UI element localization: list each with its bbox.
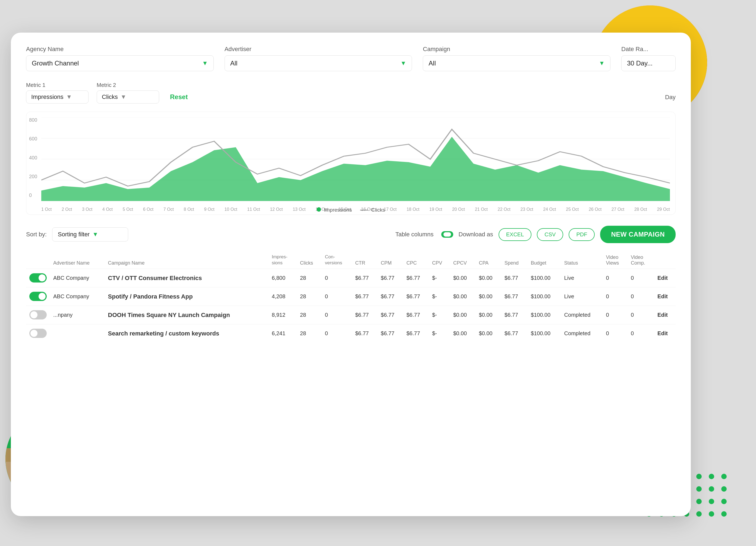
th-conversions: Con-versions xyxy=(322,251,352,269)
row-video-views: 0 xyxy=(603,269,628,288)
row-toggle-0[interactable] xyxy=(29,273,47,283)
row-video-comp: 0 xyxy=(628,288,654,306)
row-cpcv: $0.00 xyxy=(450,306,475,324)
th-cpv: CPV xyxy=(429,251,450,269)
row-edit-button[interactable]: Edit xyxy=(654,306,676,324)
x-label: 5 Oct xyxy=(123,207,133,212)
advertiser-select[interactable]: All ▼ xyxy=(225,55,412,71)
row-budget: $100.00 xyxy=(528,306,561,324)
toggle-knob xyxy=(39,275,46,282)
th-advertiser: Advertiser Name xyxy=(50,251,105,269)
row-toggle-cell xyxy=(26,306,50,324)
row-campaign: Spotify / Pandora Fitness App xyxy=(105,288,269,306)
row-cpc: $6.77 xyxy=(403,324,429,343)
row-toggle-1[interactable] xyxy=(29,292,47,301)
x-label: 4 Oct xyxy=(102,207,113,212)
reset-button[interactable]: Reset xyxy=(170,93,188,103)
th-spend: Spend xyxy=(501,251,528,269)
x-label: 23 Oct xyxy=(520,207,533,212)
row-cpm: $6.77 xyxy=(377,288,403,306)
th-cpa: CPA xyxy=(475,251,501,269)
new-campaign-button[interactable]: NEW CAMPAIGN xyxy=(600,226,676,243)
x-label: 6 Oct xyxy=(143,207,153,212)
row-video-views: 0 xyxy=(603,324,628,343)
row-toggle-2[interactable] xyxy=(29,310,47,320)
filter-row: Agency Name Growth Channel ▼ Advertiser … xyxy=(26,46,676,71)
metrics-row: Metric 1 Impressions ▼ Metric 2 Clicks ▼… xyxy=(26,82,676,103)
metric1-select[interactable]: Impressions ▼ xyxy=(26,90,89,103)
row-edit-button[interactable]: Edit xyxy=(654,324,676,343)
chevron-down-icon: ▼ xyxy=(202,60,208,67)
chart-area: 800 600 400 200 0 1 Oct 2 Oct 3 xyxy=(26,112,676,215)
chevron-down-icon: ▼ xyxy=(121,93,127,100)
row-cpa: $0.00 xyxy=(475,306,501,324)
th-campaign: Campaign Name xyxy=(105,251,269,269)
table-columns-toggle[interactable] xyxy=(441,231,453,238)
table-row: Search remarketing / custom keywords 6,2… xyxy=(26,324,676,343)
toggle-knob xyxy=(30,311,37,319)
row-cpcv: $0.00 xyxy=(450,324,475,343)
x-label: 3 Oct xyxy=(82,207,92,212)
y-label-400: 400 xyxy=(29,155,37,161)
row-advertiser: ABC Company xyxy=(50,288,105,306)
row-budget: $100.00 xyxy=(528,324,561,343)
campaign-select[interactable]: All ▼ xyxy=(423,55,610,71)
row-advertiser xyxy=(50,324,105,343)
row-impressions: 8,912 xyxy=(269,306,297,324)
row-conversions: 0 xyxy=(322,288,352,306)
row-clicks: 28 xyxy=(297,269,322,288)
date-range-select[interactable]: 30 Day... xyxy=(621,55,676,71)
x-label: 26 Oct xyxy=(589,207,601,212)
th-toggle xyxy=(26,251,50,269)
campaign-label: Campaign xyxy=(423,46,610,53)
csv-button[interactable]: CSV xyxy=(537,228,563,241)
advertiser-value: All xyxy=(230,59,238,67)
x-label: 28 Oct xyxy=(634,207,647,212)
row-cpv: $- xyxy=(429,269,450,288)
chevron-down-icon: ▼ xyxy=(401,60,407,67)
legend-line-clicks xyxy=(360,210,368,210)
date-range-label: Date Ra... xyxy=(621,46,676,53)
agency-name-select[interactable]: Growth Channel ▼ xyxy=(26,55,214,71)
x-label: 21 Oct xyxy=(475,207,488,212)
x-label: 18 Oct xyxy=(407,207,419,212)
excel-button[interactable]: EXCEL xyxy=(499,228,532,241)
row-clicks: 28 xyxy=(297,306,322,324)
row-toggle-cell xyxy=(26,269,50,288)
x-label: 24 Oct xyxy=(543,207,556,212)
row-spend: $6.77 xyxy=(501,269,528,288)
x-label: 20 Oct xyxy=(452,207,465,212)
pdf-button[interactable]: PDF xyxy=(569,228,595,241)
metric2-label: Metric 2 xyxy=(97,82,159,88)
row-cpa: $0.00 xyxy=(475,269,501,288)
metric2-select[interactable]: Clicks ▼ xyxy=(97,90,159,103)
x-label: 7 Oct xyxy=(163,207,174,212)
sort-value: Sorting filter xyxy=(58,231,90,238)
row-spend: $6.77 xyxy=(501,288,528,306)
row-campaign: Search remarketing / custom keywords xyxy=(105,324,269,343)
sort-by-label: Sort by: xyxy=(26,231,47,238)
sort-select[interactable]: Sorting filter ▼ xyxy=(52,227,128,241)
x-label: 12 Oct xyxy=(270,207,283,212)
row-cpc: $6.77 xyxy=(403,288,429,306)
x-label: 17 Oct xyxy=(384,207,396,212)
row-edit-button[interactable]: Edit xyxy=(654,269,676,288)
filter-campaign: Campaign All ▼ xyxy=(423,46,610,71)
x-label: 2 Oct xyxy=(62,207,72,212)
campaign-value: All xyxy=(429,59,436,67)
th-cpc: CPC xyxy=(403,251,429,269)
metric1-value: Impressions xyxy=(31,93,64,100)
row-toggle-3[interactable] xyxy=(29,329,47,338)
y-label-0: 0 xyxy=(29,192,37,198)
download-as-label: Download as xyxy=(459,231,493,238)
row-video-views: 0 xyxy=(603,288,628,306)
toggle-knob xyxy=(39,293,46,300)
row-cpv: $- xyxy=(429,324,450,343)
row-ctr: $6.77 xyxy=(352,288,377,306)
row-conversions: 0 xyxy=(322,269,352,288)
x-label: 29 Oct xyxy=(657,207,670,212)
row-edit-button[interactable]: Edit xyxy=(654,288,676,306)
y-label-600: 600 xyxy=(29,136,37,142)
th-budget: Budget xyxy=(528,251,561,269)
row-clicks: 28 xyxy=(297,288,322,306)
